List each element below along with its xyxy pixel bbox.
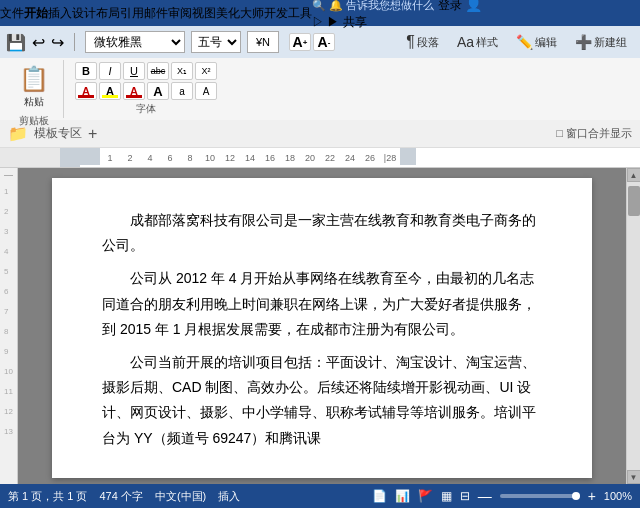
zoom-slider[interactable] — [500, 494, 580, 498]
share-icon: ▷ — [312, 15, 324, 29]
menu-view[interactable]: 视图 — [192, 0, 216, 26]
menu-layout[interactable]: 布局 — [96, 0, 120, 26]
font-row1: B I U abc X₁ X² — [75, 62, 217, 80]
style-label: 样式 — [476, 35, 498, 50]
word-count: 474 个字 — [99, 489, 142, 504]
font-name-selector[interactable]: 微软雅黑 — [85, 31, 185, 53]
paragraph-btn[interactable]: ¶ 段落 — [399, 28, 446, 56]
edit-btn[interactable]: ✏️ 编辑 — [509, 28, 564, 56]
ruler-mark: 6 — [160, 153, 180, 163]
language: 中文(中国) — [155, 489, 206, 504]
ruler: 1 2 4 6 8 10 12 14 16 18 20 22 24 26 |28 — [0, 148, 640, 168]
new-group-label: 新建组 — [594, 35, 627, 50]
paragraph-3[interactable]: 公司当前开展的培训项目包括：平面设计、淘宝设计、淘宝运营、摄影后期、CAD 制图… — [102, 350, 542, 451]
undo-icon[interactable]: ↩ — [32, 33, 45, 52]
share-label: ▶ 共享 — [327, 15, 366, 29]
template-text[interactable]: 模板专区 — [34, 125, 82, 142]
ruler-mark: 12 — [220, 153, 240, 163]
menu-insert[interactable]: 插入 — [48, 0, 72, 26]
flag-icon: 🚩 — [418, 489, 433, 503]
ribbon-row2: 📋 粘贴 剪贴板 B I U abc X₁ X² A — [0, 58, 640, 120]
line-num: 1 — [4, 182, 13, 202]
zoom-handle[interactable] — [572, 492, 580, 500]
font-color-btn[interactable]: A — [75, 82, 97, 100]
aa-large-btn[interactable]: A — [147, 82, 169, 100]
left-sidebar: — 1 2 3 4 5 6 7 8 9 10 11 12 13 — [0, 168, 18, 484]
highlight-color-btn[interactable]: A — [99, 82, 121, 100]
font-color2-btn[interactable]: A — [123, 82, 145, 100]
bold-button[interactable]: B — [75, 62, 97, 80]
font-group: B I U abc X₁ X² A A A — [66, 60, 226, 118]
view-icon: ⊟ — [460, 489, 470, 503]
scroll-up-btn[interactable]: ▲ — [627, 168, 641, 182]
strikethrough-button[interactable]: abc — [147, 62, 169, 80]
ruler-left-indent — [80, 148, 100, 165]
aa-small-btn[interactable]: a — [171, 82, 193, 100]
window-merge[interactable]: □ 窗口合并显示 — [556, 126, 632, 141]
main-area: — 1 2 3 4 5 6 7 8 9 10 11 12 13 成都部落窝科技有… — [0, 168, 640, 484]
page-area[interactable]: 成都部落窝科技有限公司是一家主营在线教育和教育类电子商务的公司。 公司从 201… — [18, 168, 626, 484]
menu-tabs: 文件 开始 插入 设计 布局 引用 邮件 审阅 视图 美化大师 开发工具 🔍 🔔… — [0, 0, 640, 26]
menu-reference[interactable]: 引用 — [120, 0, 144, 26]
new-group-btn[interactable]: ➕ 新建组 — [568, 28, 634, 56]
line-num: 5 — [4, 262, 13, 282]
doc-icon: 📄 — [372, 489, 387, 503]
plus-icon[interactable]: + — [588, 488, 596, 504]
paragraph-2[interactable]: 公司从 2012 年 4 月开始从事网络在线教育至今，由最初的几名志同道合的朋友… — [102, 266, 542, 342]
menu-review[interactable]: 审阅 — [168, 0, 192, 26]
add-tab-button[interactable]: + — [88, 125, 97, 143]
style-btn[interactable]: Aa 样式 — [450, 28, 505, 56]
line-num: 7 — [4, 302, 13, 322]
line-num: 2 — [4, 202, 13, 222]
menu-devtools[interactable]: 开发工具 — [264, 0, 312, 26]
menu-start[interactable]: 开始 — [24, 0, 48, 26]
line-numbers: 1 2 3 4 5 6 7 8 9 10 11 12 13 — [4, 182, 13, 442]
char-spacing-btn[interactable]: A — [195, 82, 217, 100]
menu-items: 文件 开始 插入 设计 布局 引用 邮件 审阅 视图 美化大师 开发工具 — [0, 0, 312, 26]
tell-me-text[interactable]: 🔔 告诉我您想做什么 — [329, 0, 434, 11]
folder-icon[interactable]: 📁 — [8, 124, 28, 143]
document-page[interactable]: 成都部落窝科技有限公司是一家主营在线教育和教育类电子商务的公司。 公司从 201… — [52, 178, 592, 478]
font-size-pt-input[interactable] — [247, 31, 279, 53]
menu-beautify[interactable]: 美化大师 — [216, 0, 264, 26]
menu-design[interactable]: 设计 — [72, 0, 96, 26]
font-decrease-btn[interactable]: A- — [313, 33, 335, 51]
italic-button[interactable]: I — [99, 62, 121, 80]
underline-button[interactable]: U — [123, 62, 145, 80]
ruler-left-margin — [60, 148, 80, 167]
ruler-mark: 1 — [100, 153, 120, 163]
ruler-mark: 16 — [260, 153, 280, 163]
status-right: 📄 📊 🚩 ▦ ⊟ — + 100% — [372, 488, 632, 504]
paragraph-label: 段落 — [417, 35, 439, 50]
insert-mode[interactable]: 插入 — [218, 489, 240, 504]
ruler-mark: 18 — [280, 153, 300, 163]
menu-mail[interactable]: 邮件 — [144, 0, 168, 26]
subscript-button[interactable]: X₁ — [171, 62, 193, 80]
font-size-selector[interactable]: 五号 — [191, 31, 241, 53]
font-increase-btn[interactable]: A+ — [289, 33, 311, 51]
minus-icon[interactable]: — — [478, 488, 492, 504]
scroll-down-btn[interactable]: ▼ — [627, 470, 641, 484]
ruler-marks: 1 2 4 6 8 10 12 14 16 18 20 22 24 26 |28 — [100, 153, 400, 165]
save-icon[interactable]: 💾 — [6, 33, 26, 52]
menu-file[interactable]: 文件 — [0, 0, 24, 26]
line-num: 3 — [4, 222, 13, 242]
scroll-track[interactable] — [627, 182, 640, 470]
paste-button[interactable]: 📋 粘贴 — [14, 62, 54, 112]
scroll-thumb[interactable] — [628, 186, 640, 216]
chart-icon: 📊 — [395, 489, 410, 503]
paste-icon: 📋 — [19, 65, 49, 93]
status-bar: 第 1 页，共 1 页 474 个字 中文(中国) 插入 📄 📊 🚩 ▦ ⊟ —… — [0, 484, 640, 508]
line-num: 8 — [4, 322, 13, 342]
redo-icon[interactable]: ↪ — [51, 33, 64, 52]
ruler-mark: 24 — [340, 153, 360, 163]
superscript-button[interactable]: X² — [195, 62, 217, 80]
login-button[interactable]: 登录 — [438, 0, 462, 12]
line-num: 6 — [4, 282, 13, 302]
paragraph-1[interactable]: 成都部落窝科技有限公司是一家主营在线教育和教育类电子商务的公司。 — [102, 208, 542, 258]
person-icon: 👤 — [465, 0, 482, 12]
edit-icon: ✏️ — [516, 34, 533, 50]
paste-label: 粘贴 — [24, 95, 44, 109]
fold-icon[interactable]: — — [4, 170, 13, 180]
ribbon-right-buttons: ¶ 段落 Aa 样式 ✏️ 编辑 ➕ 新建组 — [399, 28, 634, 56]
